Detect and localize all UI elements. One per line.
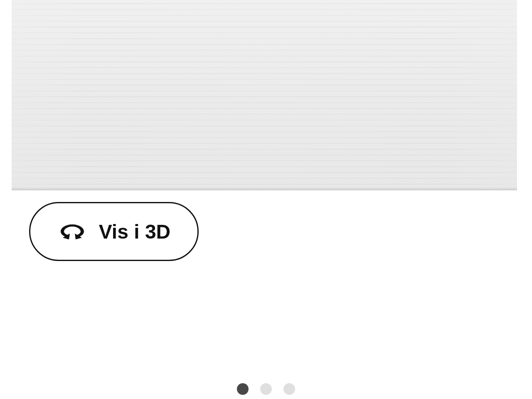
product-image[interactable] [12,0,517,190]
carousel-dot-3[interactable] [283,383,295,395]
carousel-dots [237,383,295,395]
view-3d-label: Vis i 3D [99,220,171,243]
carousel-dot-1[interactable] [237,383,249,395]
view-3d-button[interactable]: Vis i 3D [29,202,199,261]
carousel-dot-2[interactable] [260,383,272,395]
rotate-3d-icon [57,222,87,241]
